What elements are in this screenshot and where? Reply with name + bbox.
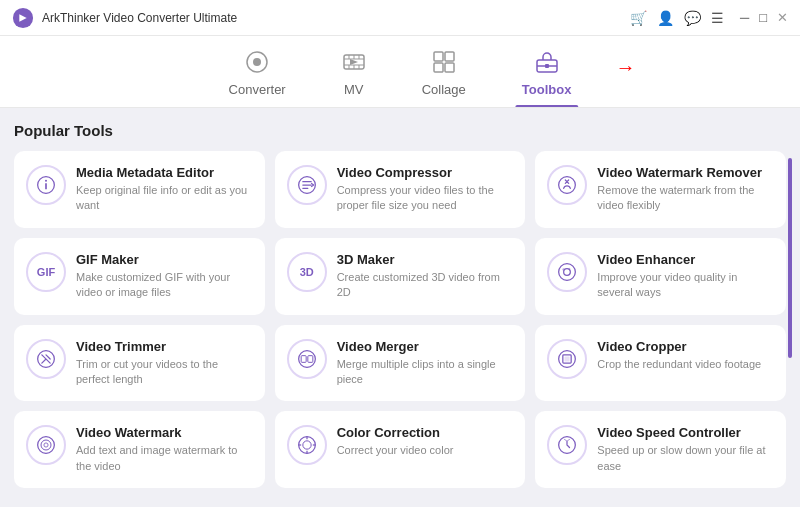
user-icon[interactable]: 👤 bbox=[657, 10, 674, 26]
tool-name: Video Watermark Remover bbox=[597, 165, 774, 180]
tool-card-gif-maker[interactable]: GIF GIF Maker Make customized GIF with y… bbox=[14, 238, 265, 315]
video-compressor-icon bbox=[287, 165, 327, 205]
section-title: Popular Tools bbox=[14, 122, 786, 139]
svg-rect-12 bbox=[434, 52, 443, 61]
tool-card-video-merger[interactable]: Video Merger Merge multiple clips into a… bbox=[275, 325, 526, 402]
video-watermark-icon bbox=[26, 425, 66, 465]
tool-card-color-correction[interactable]: Color Correction Correct your video colo… bbox=[275, 411, 526, 488]
window-controls: 🛒 👤 💬 ☰ ─ □ ✕ bbox=[630, 10, 788, 26]
tool-info-gif-maker: GIF Maker Make customized GIF with your … bbox=[76, 252, 253, 301]
close-icon[interactable]: ✕ bbox=[777, 10, 788, 25]
tool-card-video-watermark[interactable]: Video Watermark Add text and image water… bbox=[14, 411, 265, 488]
tool-info-video-enhancer: Video Enhancer Improve your video qualit… bbox=[597, 252, 774, 301]
nav-toolbox-label: Toolbox bbox=[522, 82, 572, 97]
tool-desc: Speed up or slow down your file at ease bbox=[597, 443, 774, 474]
tool-card-video-watermark-remover[interactable]: Video Watermark Remover Remove the water… bbox=[535, 151, 786, 228]
tool-name: Video Trimmer bbox=[76, 339, 253, 354]
converter-icon bbox=[245, 50, 269, 78]
svg-rect-14 bbox=[434, 63, 443, 72]
app-title: ArkThinker Video Converter Ultimate bbox=[42, 11, 630, 25]
svg-rect-34 bbox=[565, 356, 570, 361]
video-enhancer-icon bbox=[547, 252, 587, 292]
video-watermark-remover-icon bbox=[547, 165, 587, 205]
svg-rect-13 bbox=[445, 52, 454, 61]
video-trimmer-icon bbox=[26, 339, 66, 379]
svg-point-21 bbox=[45, 180, 47, 182]
cart-icon[interactable]: 🛒 bbox=[630, 10, 647, 26]
tool-desc: Trim or cut your videos to the perfect l… bbox=[76, 357, 253, 388]
main-content: Popular Tools Media Metadata Editor Keep… bbox=[0, 108, 800, 507]
tool-card-video-cropper[interactable]: Video Cropper Crop the redundant video f… bbox=[535, 325, 786, 402]
tool-desc: Create customized 3D video from 2D bbox=[337, 270, 514, 301]
tool-name: Video Enhancer bbox=[597, 252, 774, 267]
nav-collage[interactable]: Collage bbox=[394, 42, 494, 107]
svg-point-23 bbox=[559, 177, 576, 194]
svg-point-2 bbox=[253, 58, 261, 66]
tool-name: Video Merger bbox=[337, 339, 514, 354]
tool-name: Video Speed Controller bbox=[597, 425, 774, 440]
minimize-icon[interactable]: ─ bbox=[740, 10, 749, 25]
svg-point-37 bbox=[44, 443, 48, 447]
tool-name: Media Metadata Editor bbox=[76, 165, 253, 180]
tool-name: Video Compressor bbox=[337, 165, 514, 180]
video-speed-controller-icon bbox=[547, 425, 587, 465]
tool-name: 3D Maker bbox=[337, 252, 514, 267]
tool-card-media-metadata-editor[interactable]: Media Metadata Editor Keep original file… bbox=[14, 151, 265, 228]
svg-rect-15 bbox=[445, 63, 454, 72]
svg-point-27 bbox=[569, 268, 571, 270]
video-merger-icon bbox=[287, 339, 327, 379]
maximize-icon[interactable]: □ bbox=[759, 10, 767, 25]
tool-name: Video Watermark bbox=[76, 425, 253, 440]
media-metadata-editor-icon bbox=[26, 165, 66, 205]
title-bar: ArkThinker Video Converter Ultimate 🛒 👤 … bbox=[0, 0, 800, 36]
tool-card-video-enhancer[interactable]: Video Enhancer Improve your video qualit… bbox=[535, 238, 786, 315]
tool-info-video-trimmer: Video Trimmer Trim or cut your videos to… bbox=[76, 339, 253, 388]
gif-maker-icon: GIF bbox=[26, 252, 66, 292]
svg-point-26 bbox=[563, 268, 566, 271]
tool-desc: Correct your video color bbox=[337, 443, 514, 458]
scrollbar[interactable] bbox=[788, 158, 792, 358]
tool-info-video-merger: Video Merger Merge multiple clips into a… bbox=[337, 339, 514, 388]
nav-toolbox[interactable]: Toolbox → bbox=[494, 42, 600, 107]
tool-desc: Make customized GIF with your video or i… bbox=[76, 270, 253, 301]
tool-desc: Crop the redundant video footage bbox=[597, 357, 774, 372]
tool-card-video-trimmer[interactable]: Video Trimmer Trim or cut your videos to… bbox=[14, 325, 265, 402]
tool-name: Video Cropper bbox=[597, 339, 774, 354]
app-logo bbox=[12, 7, 34, 29]
mv-icon bbox=[342, 50, 366, 78]
tools-grid: Media Metadata Editor Keep original file… bbox=[14, 151, 786, 488]
nav-converter[interactable]: Converter bbox=[201, 42, 314, 107]
tool-info-color-correction: Color Correction Correct your video colo… bbox=[337, 425, 514, 458]
tool-card-video-speed-controller[interactable]: Video Speed Controller Speed up or slow … bbox=[535, 411, 786, 488]
tool-info-video-compressor: Video Compressor Compress your video fil… bbox=[337, 165, 514, 214]
tool-card-3d-maker[interactable]: 3D 3D Maker Create customized 3D video f… bbox=[275, 238, 526, 315]
video-cropper-icon bbox=[547, 339, 587, 379]
tool-info-video-watermark: Video Watermark Add text and image water… bbox=[76, 425, 253, 474]
nav-converter-label: Converter bbox=[229, 82, 286, 97]
svg-point-36 bbox=[41, 440, 51, 450]
tool-name: GIF Maker bbox=[76, 252, 253, 267]
nav-mv[interactable]: MV bbox=[314, 42, 394, 107]
svg-point-39 bbox=[302, 441, 310, 449]
tool-info-3d-maker: 3D Maker Create customized 3D video from… bbox=[337, 252, 514, 301]
tool-info-media-metadata-editor: Media Metadata Editor Keep original file… bbox=[76, 165, 253, 214]
menu-icon[interactable]: ☰ bbox=[711, 10, 724, 26]
tool-card-video-compressor[interactable]: Video Compressor Compress your video fil… bbox=[275, 151, 526, 228]
nav-collage-label: Collage bbox=[422, 82, 466, 97]
tool-desc: Keep original file info or edit as you w… bbox=[76, 183, 253, 214]
nav-bar: Converter MV bbox=[0, 36, 800, 108]
3d-maker-icon: 3D bbox=[287, 252, 327, 292]
nav-arrow: → bbox=[615, 56, 635, 79]
nav-mv-label: MV bbox=[344, 82, 364, 97]
tool-info-video-watermark-remover: Video Watermark Remover Remove the water… bbox=[597, 165, 774, 214]
svg-point-35 bbox=[38, 437, 55, 454]
tool-desc: Merge multiple clips into a single piece bbox=[337, 357, 514, 388]
tool-desc: Add text and image watermark to the vide… bbox=[76, 443, 253, 474]
color-correction-icon bbox=[287, 425, 327, 465]
tool-name: Color Correction bbox=[337, 425, 514, 440]
tool-desc: Compress your video files to the proper … bbox=[337, 183, 514, 214]
collage-icon bbox=[432, 50, 456, 78]
tool-info-video-cropper: Video Cropper Crop the redundant video f… bbox=[597, 339, 774, 372]
svg-point-24 bbox=[559, 263, 576, 280]
chat-icon[interactable]: 💬 bbox=[684, 10, 701, 26]
